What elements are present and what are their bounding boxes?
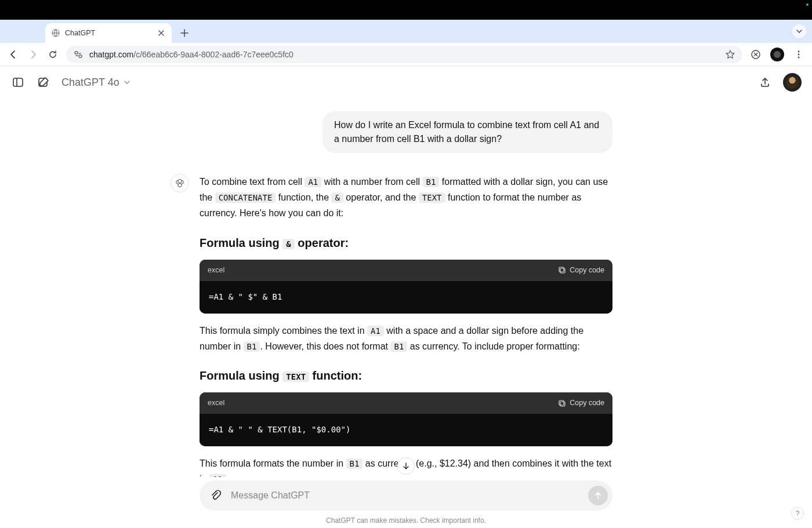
copy-code-button[interactable]: Copy code: [558, 397, 604, 409]
browser-tab[interactable]: ChatGPT: [45, 23, 172, 43]
help-button[interactable]: ?: [791, 507, 804, 520]
bookmark-star-icon[interactable]: [725, 49, 735, 60]
site-settings-icon[interactable]: [73, 49, 84, 60]
new-tab-button[interactable]: [176, 25, 193, 41]
code-body: =A1 & " $" & B1: [200, 281, 612, 314]
section-heading: Formula using & operator:: [200, 233, 612, 253]
section-heading: Formula using TEXT function:: [200, 366, 612, 385]
browser-menu-button[interactable]: [792, 48, 805, 61]
code-header: excel Copy code: [200, 392, 612, 414]
inline-code: A1: [367, 326, 384, 336]
assistant-message: To combine text from cell A1 with a numb…: [200, 174, 612, 477]
user-avatar[interactable]: [783, 73, 802, 92]
composer[interactable]: Message ChatGPT: [200, 480, 612, 511]
svg-rect-10: [559, 267, 564, 272]
tab-title: ChatGPT: [65, 29, 152, 37]
assistant-paragraph: To combine text from cell A1 with a numb…: [200, 174, 612, 221]
new-chat-button[interactable]: [36, 75, 51, 90]
scroll-down-button[interactable]: [397, 457, 415, 475]
inline-code: B1: [423, 177, 440, 187]
attach-button[interactable]: [208, 487, 224, 504]
profile-avatar-small[interactable]: [770, 48, 784, 61]
tab-close-button[interactable]: [157, 28, 166, 38]
forward-button[interactable]: [27, 48, 39, 61]
browser-toolbar: chatgpt.com/c/66eab6c6-9aa4-8002-aad6-7c…: [0, 43, 812, 66]
status-dot: [806, 3, 809, 6]
model-selector[interactable]: ChatGPT 4o: [61, 77, 131, 89]
copy-code-button[interactable]: Copy code: [558, 264, 604, 276]
svg-point-6: [798, 56, 800, 58]
code-block: excel Copy code =A1 & " $" & B1: [200, 260, 612, 314]
user-message-row: How do I write an Excel formula to combi…: [200, 111, 612, 153]
composer-input[interactable]: Message ChatGPT: [231, 490, 581, 501]
copy-icon: [558, 266, 566, 274]
back-button[interactable]: [7, 48, 20, 61]
chat-area: How do I write an Excel formula to combi…: [0, 99, 812, 477]
svg-rect-11: [560, 402, 565, 406]
os-top-bar: [0, 0, 812, 20]
code-lang-label: excel: [208, 397, 224, 409]
svg-rect-12: [559, 400, 564, 405]
share-button[interactable]: [757, 75, 773, 90]
model-name-label: ChatGPT 4o: [61, 77, 119, 89]
app-header: ChatGPT 4o: [0, 66, 812, 99]
code-body: =A1 & " " & TEXT(B1, "$0.00"): [200, 414, 612, 446]
chatgpt-favicon-icon: [51, 28, 60, 38]
assistant-paragraph: This formula simply combines the text in…: [200, 323, 612, 354]
svg-rect-7: [13, 78, 23, 86]
inline-code: B1: [244, 341, 260, 352]
sidebar-toggle-button[interactable]: [10, 75, 26, 90]
inline-code: TEXT: [282, 372, 309, 382]
inline-code: A1: [209, 474, 226, 477]
inline-code: A1: [304, 177, 321, 187]
disclaimer-text: ChatGPT can make mistakes. Check importa…: [326, 516, 486, 525]
tab-strip: ChatGPT: [0, 20, 812, 43]
composer-placeholder: Message ChatGPT: [231, 490, 310, 501]
svg-rect-2: [79, 55, 82, 57]
toolbar-right: [749, 48, 805, 61]
url-text: chatgpt.com/c/66eab6c6-9aa4-8002-aad6-7c…: [89, 50, 293, 59]
assistant-content: To combine text from cell A1 with a numb…: [200, 174, 612, 477]
svg-point-5: [798, 53, 800, 55]
assistant-avatar-icon: [171, 174, 189, 192]
browser-chrome: ChatGPT chatgpt.com/c/66eab6c6-9aa4-8: [0, 20, 812, 66]
inline-code: TEXT: [419, 192, 445, 203]
address-bar[interactable]: chatgpt.com/c/66eab6c6-9aa4-8002-aad6-7c…: [66, 46, 742, 63]
inline-code: B1: [346, 458, 363, 469]
inline-code: B1: [390, 341, 407, 352]
code-lang-label: excel: [208, 264, 224, 276]
send-button[interactable]: [588, 486, 608, 505]
inline-code: &: [331, 192, 343, 203]
svg-point-4: [798, 50, 800, 52]
tabs-dropdown-button[interactable]: [792, 24, 806, 38]
user-message: How do I write an Excel formula to combi…: [322, 111, 612, 153]
chevron-down-icon: [123, 78, 131, 86]
code-block: excel Copy code =A1 & " " & TEXT(B1, "$0…: [200, 392, 612, 446]
inline-code: &: [282, 239, 294, 249]
reload-button[interactable]: [46, 48, 59, 61]
copy-icon: [558, 399, 566, 407]
composer-area: Message ChatGPT ChatGPT can make mistake…: [0, 477, 812, 528]
extension-icon[interactable]: [749, 48, 762, 61]
code-header: excel Copy code: [200, 260, 612, 281]
inline-code: CONCATENATE: [215, 192, 276, 203]
svg-rect-1: [75, 52, 78, 54]
svg-rect-9: [560, 268, 565, 273]
